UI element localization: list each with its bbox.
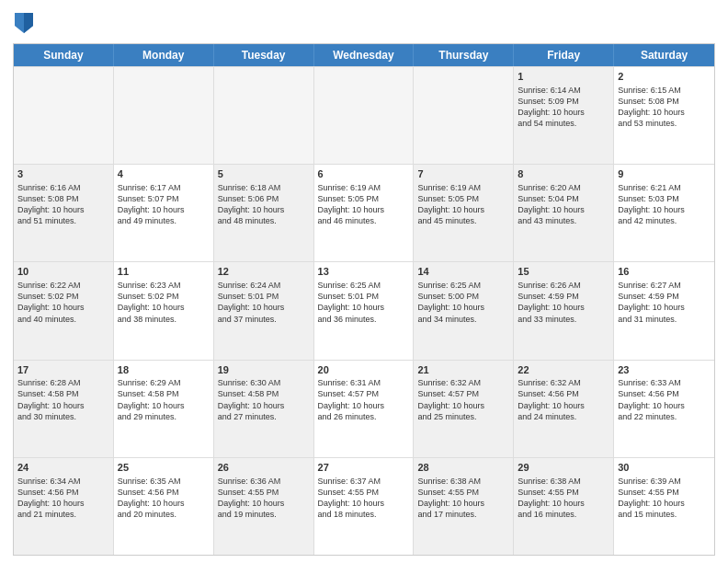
cell-info: Sunrise: 6:32 AM Sunset: 4:57 PM Dayligh…	[417, 377, 509, 422]
cell-info: Sunrise: 6:25 AM Sunset: 5:01 PM Dayligh…	[318, 280, 410, 325]
header-day-tuesday: Tuesday	[214, 44, 314, 66]
cell-info: Sunrise: 6:36 AM Sunset: 4:55 PM Dayligh…	[218, 476, 310, 521]
day-number: 8	[518, 167, 609, 181]
logo-text	[13, 13, 33, 38]
day-number: 6	[318, 167, 410, 181]
calendar-cell: 17Sunrise: 6:28 AM Sunset: 4:58 PM Dayli…	[14, 361, 114, 457]
cell-info: Sunrise: 6:34 AM Sunset: 4:56 PM Dayligh…	[17, 476, 109, 521]
cell-info: Sunrise: 6:31 AM Sunset: 4:57 PM Dayligh…	[318, 377, 410, 422]
day-number: 28	[417, 461, 509, 475]
calendar-week-1: 1Sunrise: 6:14 AM Sunset: 5:09 PM Daylig…	[14, 66, 714, 164]
day-number: 21	[417, 363, 509, 377]
day-number: 11	[118, 265, 210, 279]
calendar-cell: 23Sunrise: 6:33 AM Sunset: 4:56 PM Dayli…	[614, 361, 714, 457]
calendar-cell: 19Sunrise: 6:30 AM Sunset: 4:58 PM Dayli…	[214, 361, 314, 457]
day-number: 16	[618, 265, 711, 279]
day-number: 9	[618, 167, 711, 181]
calendar-cell: 4Sunrise: 6:17 AM Sunset: 5:07 PM Daylig…	[114, 165, 214, 261]
calendar-cell: 18Sunrise: 6:29 AM Sunset: 4:58 PM Dayli…	[114, 361, 214, 457]
cell-info: Sunrise: 6:22 AM Sunset: 5:02 PM Dayligh…	[17, 280, 109, 325]
calendar-cell	[414, 67, 514, 164]
calendar-cell: 3Sunrise: 6:16 AM Sunset: 5:08 PM Daylig…	[14, 165, 114, 261]
header-day-sunday: Sunday	[14, 44, 114, 66]
cell-info: Sunrise: 6:26 AM Sunset: 4:59 PM Dayligh…	[518, 280, 609, 325]
day-number: 12	[218, 265, 310, 279]
header-day-thursday: Thursday	[414, 44, 514, 66]
day-number: 23	[618, 363, 711, 377]
calendar-cell: 24Sunrise: 6:34 AM Sunset: 4:56 PM Dayli…	[14, 458, 114, 555]
cell-info: Sunrise: 6:35 AM Sunset: 4:56 PM Dayligh…	[118, 476, 210, 521]
calendar-cell: 25Sunrise: 6:35 AM Sunset: 4:56 PM Dayli…	[114, 458, 214, 555]
day-number: 10	[17, 265, 109, 279]
calendar-cell: 10Sunrise: 6:22 AM Sunset: 5:02 PM Dayli…	[14, 262, 114, 359]
day-number: 2	[618, 70, 711, 84]
cell-info: Sunrise: 6:17 AM Sunset: 5:07 PM Dayligh…	[118, 182, 210, 227]
header-day-saturday: Saturday	[614, 44, 714, 66]
day-number: 29	[518, 461, 609, 475]
calendar-cell: 12Sunrise: 6:24 AM Sunset: 5:01 PM Dayli…	[214, 262, 314, 359]
calendar-cell	[14, 67, 114, 164]
calendar-cell: 11Sunrise: 6:23 AM Sunset: 5:02 PM Dayli…	[114, 262, 214, 359]
day-number: 17	[17, 363, 109, 377]
cell-info: Sunrise: 6:38 AM Sunset: 4:55 PM Dayligh…	[518, 476, 609, 521]
day-number: 26	[218, 461, 310, 475]
header	[13, 9, 715, 38]
calendar-week-5: 24Sunrise: 6:34 AM Sunset: 4:56 PM Dayli…	[14, 457, 714, 555]
calendar-cell: 6Sunrise: 6:19 AM Sunset: 5:05 PM Daylig…	[314, 165, 415, 261]
page: SundayMondayTuesdayWednesdayThursdayFrid…	[0, 0, 728, 563]
calendar-cell: 8Sunrise: 6:20 AM Sunset: 5:04 PM Daylig…	[514, 165, 614, 261]
cell-info: Sunrise: 6:29 AM Sunset: 4:58 PM Dayligh…	[118, 377, 210, 422]
cell-info: Sunrise: 6:38 AM Sunset: 4:55 PM Dayligh…	[417, 476, 509, 521]
cell-info: Sunrise: 6:20 AM Sunset: 5:04 PM Dayligh…	[518, 182, 609, 227]
calendar-cell: 29Sunrise: 6:38 AM Sunset: 4:55 PM Dayli…	[514, 458, 614, 555]
cell-info: Sunrise: 6:39 AM Sunset: 4:55 PM Dayligh…	[618, 476, 711, 521]
calendar-cell: 7Sunrise: 6:19 AM Sunset: 5:05 PM Daylig…	[414, 165, 514, 261]
calendar-cell: 26Sunrise: 6:36 AM Sunset: 4:55 PM Dayli…	[214, 458, 314, 555]
header-day-monday: Monday	[114, 44, 214, 66]
cell-info: Sunrise: 6:28 AM Sunset: 4:58 PM Dayligh…	[17, 377, 109, 422]
day-number: 7	[417, 167, 509, 181]
calendar-week-3: 10Sunrise: 6:22 AM Sunset: 5:02 PM Dayli…	[14, 261, 714, 359]
cell-info: Sunrise: 6:37 AM Sunset: 4:55 PM Dayligh…	[318, 476, 410, 521]
cell-info: Sunrise: 6:21 AM Sunset: 5:03 PM Dayligh…	[618, 182, 711, 227]
cell-info: Sunrise: 6:19 AM Sunset: 5:05 PM Dayligh…	[318, 182, 410, 227]
calendar-week-2: 3Sunrise: 6:16 AM Sunset: 5:08 PM Daylig…	[14, 164, 714, 261]
day-number: 25	[118, 461, 210, 475]
cell-info: Sunrise: 6:25 AM Sunset: 5:00 PM Dayligh…	[417, 280, 509, 325]
day-number: 1	[518, 70, 609, 84]
day-number: 3	[17, 167, 109, 181]
calendar-week-4: 17Sunrise: 6:28 AM Sunset: 4:58 PM Dayli…	[14, 360, 714, 457]
cell-info: Sunrise: 6:19 AM Sunset: 5:05 PM Dayligh…	[417, 182, 509, 227]
calendar-cell: 16Sunrise: 6:27 AM Sunset: 4:59 PM Dayli…	[614, 262, 714, 359]
calendar-cell	[314, 67, 415, 164]
day-number: 13	[318, 265, 410, 279]
calendar-cell: 13Sunrise: 6:25 AM Sunset: 5:01 PM Dayli…	[314, 262, 415, 359]
day-number: 15	[518, 265, 609, 279]
cell-info: Sunrise: 6:16 AM Sunset: 5:08 PM Dayligh…	[17, 182, 109, 227]
cell-info: Sunrise: 6:14 AM Sunset: 5:09 PM Dayligh…	[518, 85, 609, 130]
calendar-header: SundayMondayTuesdayWednesdayThursdayFrid…	[14, 44, 714, 66]
day-number: 22	[518, 363, 609, 377]
calendar-cell: 1Sunrise: 6:14 AM Sunset: 5:09 PM Daylig…	[514, 67, 614, 164]
cell-info: Sunrise: 6:18 AM Sunset: 5:06 PM Dayligh…	[218, 182, 310, 227]
header-day-friday: Friday	[514, 44, 614, 66]
calendar: SundayMondayTuesdayWednesdayThursdayFrid…	[13, 43, 715, 556]
cell-info: Sunrise: 6:30 AM Sunset: 4:58 PM Dayligh…	[218, 377, 310, 422]
cell-info: Sunrise: 6:24 AM Sunset: 5:01 PM Dayligh…	[218, 280, 310, 325]
calendar-cell: 27Sunrise: 6:37 AM Sunset: 4:55 PM Dayli…	[314, 458, 415, 555]
cell-info: Sunrise: 6:23 AM Sunset: 5:02 PM Dayligh…	[118, 280, 210, 325]
day-number: 19	[218, 363, 310, 377]
calendar-cell: 22Sunrise: 6:32 AM Sunset: 4:56 PM Dayli…	[514, 361, 614, 457]
logo	[13, 13, 33, 38]
day-number: 24	[17, 461, 109, 475]
day-number: 20	[318, 363, 410, 377]
cell-info: Sunrise: 6:15 AM Sunset: 5:08 PM Dayligh…	[618, 85, 711, 130]
header-day-wednesday: Wednesday	[314, 44, 415, 66]
day-number: 18	[118, 363, 210, 377]
day-number: 27	[318, 461, 410, 475]
calendar-cell: 14Sunrise: 6:25 AM Sunset: 5:00 PM Dayli…	[414, 262, 514, 359]
day-number: 4	[118, 167, 210, 181]
calendar-cell: 20Sunrise: 6:31 AM Sunset: 4:57 PM Dayli…	[314, 361, 415, 457]
calendar-cell: 15Sunrise: 6:26 AM Sunset: 4:59 PM Dayli…	[514, 262, 614, 359]
logo-icon	[15, 13, 33, 33]
